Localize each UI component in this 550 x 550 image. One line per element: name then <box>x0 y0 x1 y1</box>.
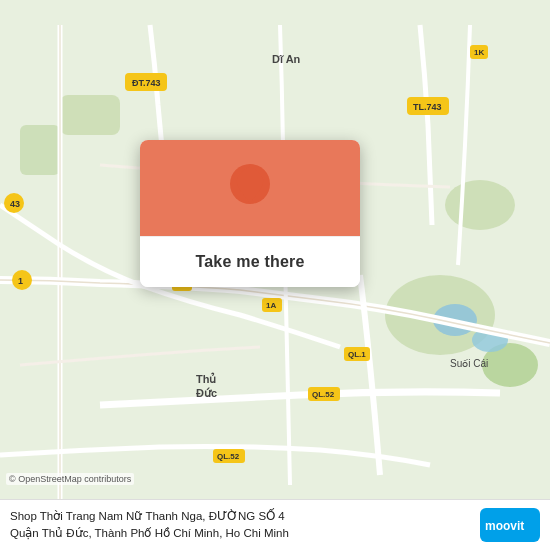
address-line1: Shop Thời Trang Nam Nữ Thanh Nga, ĐƯỜNG … <box>10 508 470 525</box>
popup-icon-area <box>140 140 360 236</box>
moovit-logo: moovit <box>480 508 540 542</box>
moovit-logo-svg: moovit <box>480 508 540 542</box>
map-container: ĐT.743 TL.743 1A 1A QL.52 QL.52 QL.1 1K … <box>0 0 550 550</box>
svg-text:QL.1: QL.1 <box>348 350 366 359</box>
bottom-bar: Shop Thời Trang Nam Nữ Thanh Nga, ĐƯỜNG … <box>0 499 550 551</box>
svg-text:QL.52: QL.52 <box>312 390 335 399</box>
svg-text:1: 1 <box>18 276 23 286</box>
svg-text:43: 43 <box>10 199 20 209</box>
svg-text:ĐT.743: ĐT.743 <box>132 78 161 88</box>
address-line2: Quận Thủ Đức, Thành Phố Hồ Chí Minh, Ho … <box>10 525 470 542</box>
svg-text:1K: 1K <box>474 48 484 57</box>
svg-text:Dĩ An: Dĩ An <box>272 53 301 65</box>
svg-text:Đức: Đức <box>196 387 217 399</box>
svg-text:TL.743: TL.743 <box>413 102 442 112</box>
svg-text:QL.52: QL.52 <box>217 452 240 461</box>
svg-rect-3 <box>60 95 120 135</box>
take-me-there-button[interactable]: Take me there <box>140 236 360 287</box>
osm-attribution: © OpenStreetMap contributors <box>6 473 134 485</box>
svg-text:Suối Cái: Suối Cái <box>450 358 488 369</box>
svg-rect-4 <box>20 125 60 175</box>
address-block: Shop Thời Trang Nam Nữ Thanh Nga, ĐƯỜNG … <box>10 508 470 543</box>
location-pin-icon <box>226 162 274 218</box>
svg-text:1A: 1A <box>266 301 276 310</box>
svg-text:Thủ: Thủ <box>196 372 216 385</box>
svg-point-1 <box>445 180 515 230</box>
popup-card: Take me there <box>140 140 360 287</box>
svg-text:moovit: moovit <box>485 519 524 533</box>
